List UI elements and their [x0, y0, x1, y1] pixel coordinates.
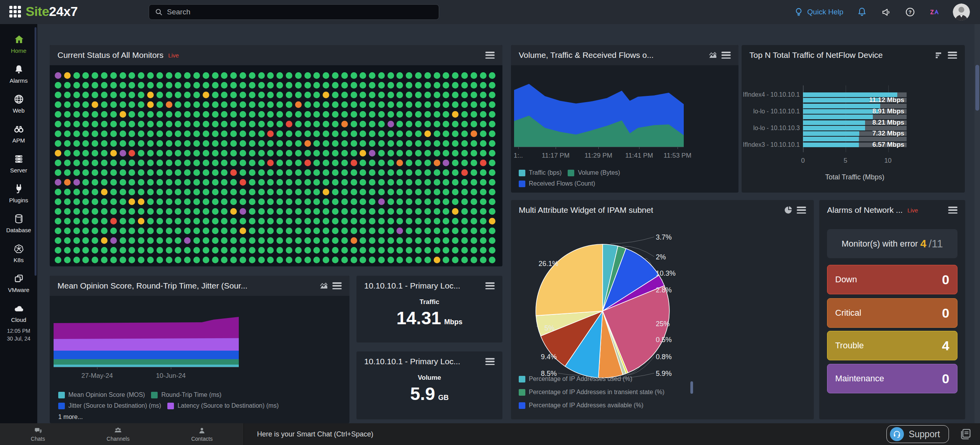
monitor-dot[interactable] [351, 140, 357, 147]
monitor-dot[interactable] [230, 92, 237, 98]
monitor-dot[interactable] [396, 228, 403, 234]
monitor-dot[interactable] [129, 208, 135, 215]
monitor-dot[interactable] [351, 247, 357, 254]
monitor-dot[interactable] [351, 121, 357, 127]
monitor-dot[interactable] [258, 111, 265, 118]
monitor-dot[interactable] [166, 189, 172, 195]
monitor-dot[interactable] [471, 130, 477, 137]
monitor-dot[interactable] [138, 247, 144, 254]
hamburger-menu-icon[interactable] [797, 207, 806, 214]
legend-item[interactable]: Round-Trip Time (ms) [151, 391, 221, 398]
monitor-dot[interactable] [480, 237, 487, 244]
monitor-dot[interactable] [489, 218, 495, 224]
monitor-dot[interactable] [110, 179, 117, 186]
area-chart-icon[interactable] [708, 50, 718, 60]
monitor-dot[interactable] [369, 111, 375, 118]
monitor-dot[interactable] [120, 130, 126, 137]
legend-item[interactable]: Percentage of IP Addresses in transient … [519, 389, 752, 396]
monitor-dot[interactable] [258, 237, 265, 244]
help-icon[interactable]: ? [905, 7, 916, 17]
monitor-dot[interactable] [212, 198, 219, 205]
monitor-dot[interactable] [387, 247, 394, 254]
monitor-dot[interactable] [461, 257, 468, 263]
monitor-dot[interactable] [64, 101, 71, 108]
monitor-dot[interactable] [55, 208, 61, 215]
monitor-dot[interactable] [120, 150, 126, 156]
monitor-dot[interactable] [82, 72, 89, 79]
monitor-dot[interactable] [203, 121, 209, 127]
monitor-dot[interactable] [369, 101, 375, 108]
monitor-dot[interactable] [406, 218, 412, 224]
monitor-dot[interactable] [360, 140, 366, 147]
monitor-dot[interactable] [286, 247, 292, 254]
monitor-dot[interactable] [64, 179, 71, 186]
bar-fill[interactable] [803, 137, 859, 141]
monitor-dot[interactable] [240, 228, 246, 234]
monitor-dot[interactable] [193, 228, 200, 234]
monitor-dot[interactable] [276, 218, 283, 224]
monitor-dot[interactable] [489, 208, 495, 215]
monitor-dot[interactable] [452, 101, 459, 108]
monitor-dot[interactable] [92, 257, 98, 263]
monitor-dot[interactable] [55, 189, 61, 195]
monitor-dot[interactable] [55, 160, 61, 166]
monitor-dot[interactable] [258, 169, 265, 176]
user-avatar[interactable] [953, 3, 970, 21]
monitor-dot[interactable] [276, 150, 283, 156]
monitor-dot[interactable] [360, 82, 366, 89]
monitor-dot[interactable] [480, 179, 487, 186]
monitor-dot[interactable] [378, 218, 385, 224]
monitor-dot[interactable] [101, 82, 108, 89]
monitor-dot[interactable] [304, 82, 311, 89]
monitor-dot[interactable] [276, 111, 283, 118]
monitor-dot[interactable] [212, 247, 219, 254]
monitor-dot[interactable] [240, 257, 246, 263]
monitor-dot[interactable] [101, 208, 108, 215]
monitor-dot[interactable] [156, 92, 163, 98]
monitor-dot[interactable] [212, 140, 219, 147]
monitor-dot[interactable] [332, 92, 339, 98]
monitor-dot[interactable] [212, 160, 219, 166]
monitor-dot[interactable] [101, 140, 108, 147]
monitor-dot[interactable] [396, 82, 403, 89]
monitor-dot[interactable] [240, 82, 246, 89]
monitor-dot[interactable] [92, 247, 98, 254]
monitor-dot[interactable] [424, 150, 431, 156]
monitor-dot[interactable] [129, 111, 135, 118]
monitor-dot[interactable] [295, 218, 302, 224]
monitor-dot[interactable] [286, 189, 292, 195]
monitor-dot[interactable] [369, 237, 375, 244]
monitor-dot[interactable] [120, 160, 126, 166]
monitor-dot[interactable] [396, 189, 403, 195]
monitor-dot[interactable] [471, 121, 477, 127]
monitor-dot[interactable] [461, 82, 468, 89]
page-scrollbar-thumb[interactable] [975, 65, 979, 111]
monitor-dot[interactable] [221, 189, 228, 195]
monitor-dot[interactable] [323, 208, 329, 215]
monitor-dot[interactable] [203, 247, 209, 254]
monitor-dot[interactable] [387, 101, 394, 108]
monitor-dot[interactable] [175, 140, 181, 147]
monitor-dot[interactable] [471, 218, 477, 224]
monitor-dot[interactable] [406, 247, 412, 254]
monitor-dot[interactable] [64, 92, 71, 98]
monitor-dot[interactable] [341, 160, 348, 166]
monitor-dot[interactable] [193, 179, 200, 186]
monitor-dot[interactable] [129, 82, 135, 89]
monitor-dot[interactable] [286, 218, 292, 224]
monitor-dot[interactable] [286, 198, 292, 205]
monitor-dot[interactable] [406, 228, 412, 234]
monitor-dot[interactable] [230, 111, 237, 118]
monitor-dot[interactable] [101, 179, 108, 186]
monitor-dot[interactable] [443, 169, 449, 176]
monitor-dot[interactable] [434, 218, 440, 224]
monitor-dot[interactable] [332, 82, 339, 89]
monitor-dot[interactable] [295, 257, 302, 263]
monitor-dot[interactable] [387, 121, 394, 127]
monitor-dot[interactable] [471, 198, 477, 205]
monitor-dot[interactable] [471, 140, 477, 147]
monitor-dot[interactable] [480, 111, 487, 118]
monitor-dot[interactable] [387, 72, 394, 79]
legend-item[interactable]: Percentage of IP Addresses used (%) [519, 375, 752, 382]
monitor-dot[interactable] [480, 228, 487, 234]
